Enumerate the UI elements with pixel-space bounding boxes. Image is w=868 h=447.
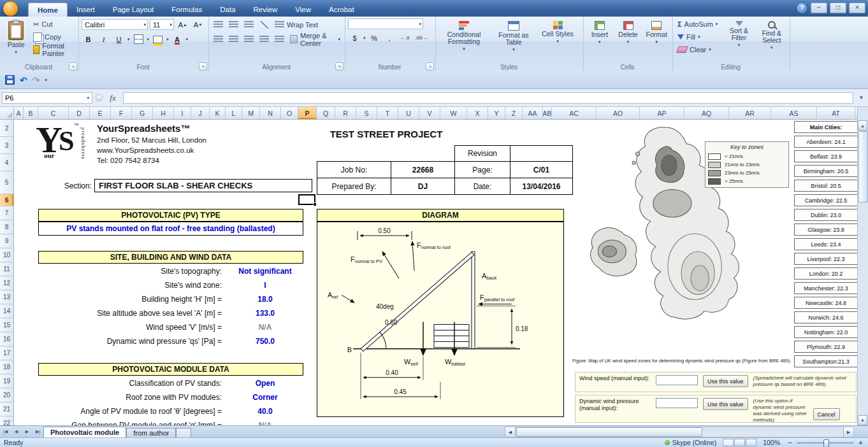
ribbon-tab[interactable]: View <box>286 3 320 17</box>
alignment-dialog-launcher[interactable]: ↘ <box>335 62 344 71</box>
minimize-button[interactable]: − <box>811 3 827 13</box>
column-header[interactable]: H <box>153 107 174 119</box>
column-header[interactable]: AC <box>552 107 597 119</box>
column-header[interactable]: Z <box>505 107 523 119</box>
wrap-text-button[interactable]: Wrap Text <box>273 19 320 31</box>
column-header[interactable]: S <box>356 107 377 119</box>
row-header[interactable]: 5 <box>0 171 13 194</box>
underline-dropdown-icon[interactable]: ▾ <box>127 37 130 42</box>
section-value[interactable]: FIRST FLOOR SLAB - SHEAR CHECKS <box>94 179 312 192</box>
page-layout-view-button[interactable] <box>734 439 745 446</box>
wind-speed-use-button[interactable]: Use this value <box>703 375 748 387</box>
wind-speed-input[interactable] <box>656 375 698 385</box>
row-value[interactable]: N/A <box>227 323 303 332</box>
row-header[interactable]: 19 <box>0 374 13 388</box>
save-button[interactable] <box>5 75 15 85</box>
vertical-scroll-thumb[interactable] <box>858 131 868 202</box>
row-header[interactable]: 13 <box>0 290 13 304</box>
column-header[interactable]: Q <box>317 107 335 119</box>
format-as-table-button[interactable]: Format as Table ▾ <box>491 18 536 62</box>
pv-type-value[interactable]: PV stands mounted on flat roof - free st… <box>38 222 303 236</box>
decrease-indent-button[interactable] <box>257 33 271 45</box>
row-header[interactable]: 18 <box>0 360 13 374</box>
find-select-button[interactable]: Find & Select ▾ <box>756 18 787 62</box>
column-header[interactable]: J <box>191 107 210 119</box>
column-header[interactable]: W <box>440 107 467 119</box>
font-size-select[interactable]: 11▾ <box>150 19 174 30</box>
align-bottom-button[interactable] <box>242 18 256 31</box>
column-header[interactable]: T <box>377 107 398 119</box>
sheet-nav-button[interactable]: ◀ <box>11 426 22 437</box>
accounting-format-button[interactable]: $ <box>348 32 361 44</box>
decrease-decimal-button[interactable]: .00→ <box>414 32 430 44</box>
column-header[interactable]: B <box>24 107 38 119</box>
clipboard-dialog-launcher[interactable]: ↘ <box>69 62 77 71</box>
align-right-button[interactable] <box>242 33 256 45</box>
row-header[interactable]: 4 <box>0 154 13 171</box>
bold-button[interactable]: B <box>82 33 95 45</box>
column-header[interactable]: AR <box>729 107 771 119</box>
format-painter-button[interactable]: Format Painter <box>31 44 76 55</box>
column-header[interactable]: Y <box>488 107 505 119</box>
row-header[interactable]: 20 <box>0 388 13 402</box>
row-header[interactable]: 16 <box>0 332 13 346</box>
row-value[interactable]: 750.0 <box>227 337 303 346</box>
cell-styles-button[interactable]: Cell Styles ▾ <box>538 18 577 62</box>
sheet-tab[interactable]: from author <box>126 428 176 437</box>
column-header[interactable]: C <box>38 107 69 119</box>
cut-button[interactable]: ✂Cut <box>31 18 76 30</box>
column-header[interactable]: D <box>69 107 90 119</box>
fill-color-dropdown-icon[interactable]: ▾ <box>166 37 169 42</box>
row-header[interactable]: 9 <box>0 234 13 248</box>
undo-button[interactable]: ↶ <box>20 75 27 85</box>
formula-input[interactable] <box>123 92 853 104</box>
vertical-scrollbar[interactable]: ▲ ▼ <box>857 107 868 425</box>
paste-button[interactable]: Paste ▾ <box>3 18 29 62</box>
zoom-in-button[interactable]: + <box>857 439 864 446</box>
row-header[interactable]: 12 <box>0 276 13 290</box>
column-header[interactable]: K <box>210 107 226 119</box>
sheet-tab[interactable]: Photovoltaic module <box>43 427 126 437</box>
font-name-select[interactable]: Calibri▾ <box>82 19 148 30</box>
horizontal-scrollbar[interactable]: ◀ ▶ <box>505 427 854 437</box>
scroll-left-button[interactable]: ◀ <box>505 427 516 437</box>
font-color-dropdown-icon[interactable]: ▾ <box>186 37 189 42</box>
help-button[interactable]: ? <box>796 2 808 14</box>
pressure-use-button[interactable]: Use this value <box>703 398 748 410</box>
row-header[interactable]: 14 <box>0 304 13 318</box>
align-top-button[interactable] <box>212 18 225 31</box>
number-format-select[interactable]: ▾ <box>348 18 423 29</box>
horizontal-scroll-thumb[interactable] <box>516 427 702 437</box>
font-color-button[interactable]: A <box>171 33 184 45</box>
insert-worksheet-tab[interactable] <box>176 428 191 437</box>
scroll-up-button[interactable]: ▲ <box>858 120 867 131</box>
row-header[interactable]: 22 <box>0 416 13 425</box>
zoom-out-button[interactable]: − <box>786 439 793 446</box>
column-header[interactable]: AT <box>817 107 855 119</box>
column-header[interactable]: P <box>298 107 317 119</box>
restore-button[interactable]: □ <box>830 3 846 13</box>
selected-cell[interactable] <box>298 194 315 205</box>
revision-header-cell[interactable]: Revision <box>455 146 510 162</box>
ribbon-tab[interactable]: Page Layout <box>104 3 163 17</box>
row-header[interactable]: 7 <box>0 206 13 220</box>
column-header[interactable]: I <box>174 107 191 119</box>
skype-status[interactable]: Skype (Online) <box>665 439 716 446</box>
row-header[interactable]: 3 <box>0 137 13 154</box>
column-header[interactable]: F <box>111 107 132 119</box>
format-cells-button[interactable]: Format ▾ <box>643 18 670 62</box>
formula-bar-handle[interactable] <box>96 94 103 101</box>
row-value[interactable]: Open <box>227 379 303 388</box>
page-value[interactable]: C/01 <box>510 162 573 178</box>
select-all-corner[interactable] <box>0 107 14 120</box>
increase-decimal-button[interactable]: ←.0 <box>398 32 412 44</box>
sheet-nav-button[interactable]: ▶| <box>33 426 43 437</box>
comma-style-button[interactable]: , <box>383 32 396 44</box>
italic-button[interactable]: I <box>97 33 110 45</box>
shrink-font-button[interactable]: A▼ <box>191 18 205 31</box>
row-value[interactable]: N/A <box>227 421 303 425</box>
insert-cells-button[interactable]: Insert ▾ <box>586 18 613 62</box>
underline-button[interactable]: U <box>112 33 126 45</box>
column-header[interactable]: AQ <box>684 107 729 119</box>
row-value[interactable]: Not significant <box>227 267 303 276</box>
